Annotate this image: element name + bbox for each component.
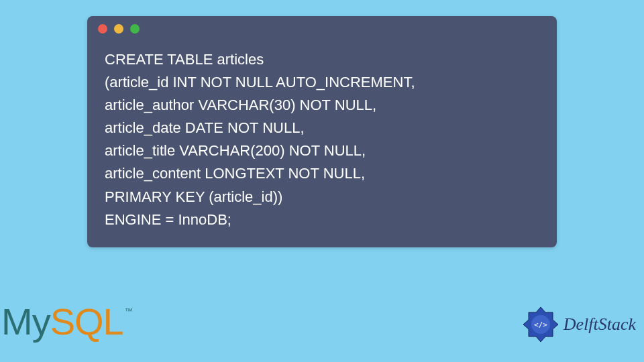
code-block: CREATE TABLE articles (article_id INT NO… — [87, 42, 557, 247]
mysql-logo-part1: My — [1, 300, 50, 343]
svg-text:</>: </> — [534, 320, 547, 329]
window-titlebar — [87, 16, 557, 42]
delftstack-logo: </> DelftStack — [522, 306, 636, 343]
code-window: CREATE TABLE articles (article_id INT NO… — [87, 16, 557, 247]
minimize-icon — [114, 24, 123, 34]
mysql-logo-part2: SQL — [50, 300, 123, 343]
delftstack-icon: </> — [522, 306, 559, 343]
delftstack-label: DelftStack — [564, 314, 636, 335]
maximize-icon — [130, 24, 140, 34]
close-icon — [98, 24, 107, 34]
trademark-icon: ™ — [125, 306, 133, 316]
mysql-logo: MySQL™ — [1, 300, 133, 343]
